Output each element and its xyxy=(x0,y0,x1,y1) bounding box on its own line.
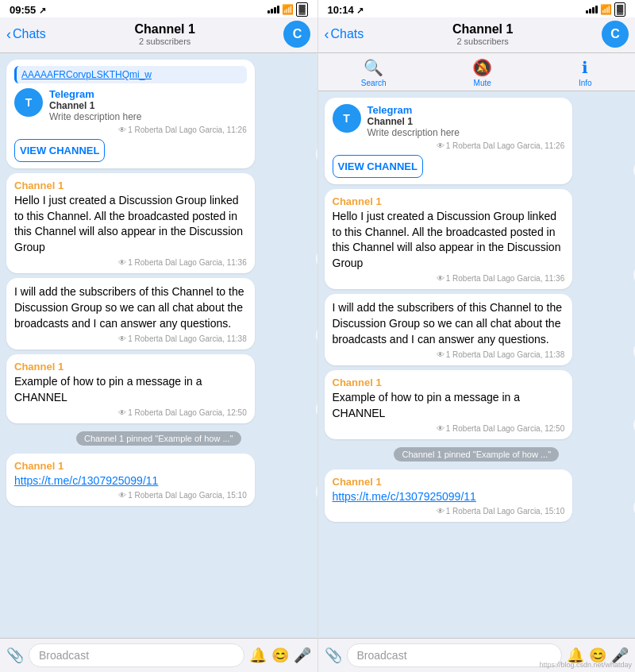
msg-meta: 👁 1 Roberta Dal Lago Garcia, 11:26 xyxy=(14,126,247,134)
msg-meta: 👁 1 Roberta Dal Lago Garcia, 11:26 xyxy=(333,141,565,150)
signal-icon xyxy=(586,6,598,14)
msg-text: Example of how to pin a message in a CHA… xyxy=(333,390,565,421)
channel-name: Channel 1 xyxy=(368,116,460,127)
chevron-left-icon: ‹ xyxy=(325,26,329,43)
action-search[interactable]: 🔍 Search xyxy=(361,58,387,87)
screen-left: 09:55 ↗ 📶 ▓ ‹ Chats Channel 1 2 subscrib… xyxy=(0,0,318,672)
plain-message-bubble: I will add the subscribers of this Chann… xyxy=(325,294,573,365)
nav-bar: ‹ Chats Channel 1 2 subscribers C xyxy=(0,17,318,53)
channel-link-message-row: Channel 1 https://t.me/c/1307925099/11 👁… xyxy=(6,454,311,506)
status-icons: 📶 ▓ xyxy=(267,2,307,16)
channel-message-bubble: Channel 1 Example of how to pin a messag… xyxy=(6,354,255,423)
eye-icon: 👁 xyxy=(437,274,444,283)
share-button[interactable]: ➤ xyxy=(316,143,318,165)
action-info[interactable]: ℹ Info xyxy=(579,58,592,87)
msg-meta-text: 1 Roberta Dal Lago Garcia, 12:50 xyxy=(128,408,247,417)
msg-text: I will add the subscribers of this Chann… xyxy=(333,300,565,347)
chat-area: AAAAAFRCorvpLSKTHQmi_w T Telegram Channe… xyxy=(0,53,318,638)
mic-icon[interactable]: 🎤 xyxy=(294,647,311,664)
channel-link[interactable]: https://t.me/c/1307925099/11 xyxy=(333,490,476,503)
status-time: 09:55 ↗ xyxy=(10,4,46,16)
share-button[interactable]: ➤ xyxy=(316,324,318,346)
telegram-link[interactable]: Telegram xyxy=(49,88,142,100)
avatar[interactable]: C xyxy=(283,21,310,48)
eye-icon: 👁 xyxy=(118,258,126,267)
action-mute[interactable]: 🔕 Mute xyxy=(472,58,492,87)
msg-meta: 👁 1 Roberta Dal Lago Garcia, 12:50 xyxy=(14,408,247,417)
status-bar: 10:14 ↗ 📶 ▓ xyxy=(318,0,636,17)
channel-name: Channel 1 xyxy=(49,100,142,111)
eye-icon: 👁 xyxy=(437,507,444,516)
channel-link[interactable]: https://t.me/c/1307925099/11 xyxy=(14,474,158,487)
channel-message-row: Channel 1 Hello I just created a Discuss… xyxy=(6,173,311,273)
channel-subtitle: 2 subscribers xyxy=(134,37,194,46)
eye-icon: 👁 xyxy=(118,491,126,500)
msg-meta-text: 1 Roberta Dal Lago Garcia, 11:36 xyxy=(446,274,565,283)
channel-icon: T xyxy=(14,88,43,117)
msg-meta-text: 1 Roberta Dal Lago Garcia, 11:38 xyxy=(128,334,247,343)
broadcast-input[interactable]: Broadcast xyxy=(29,643,244,667)
info-label: Info xyxy=(579,79,592,87)
channel-msg-sender: Channel 1 xyxy=(333,377,565,388)
eye-icon: 👁 xyxy=(118,334,126,343)
back-label[interactable]: Chats xyxy=(13,27,46,41)
channel-link-message-row: Channel 1 https://t.me/c/1307925099/11 👁… xyxy=(325,469,629,522)
msg-text: Hello I just created a Discussion Group … xyxy=(333,209,565,271)
chat-area: T Telegram Channel 1 Write description h… xyxy=(318,91,636,638)
emoji-icon[interactable]: 😊 xyxy=(271,647,289,664)
broadcast-input[interactable]: Broadcast xyxy=(347,643,563,667)
msg-meta-text: 1 Roberta Dal Lago Garcia, 11:36 xyxy=(128,258,247,267)
msg-text: Hello I just created a Discussion Group … xyxy=(14,193,247,255)
view-channel-button[interactable]: VIEW CHANNEL xyxy=(14,139,105,162)
mute-label: Mute xyxy=(474,79,491,87)
nav-center: Channel 1 2 subscribers xyxy=(452,22,513,46)
msg-meta-text: 1 Roberta Dal Lago Garcia, 15:10 xyxy=(128,491,247,500)
msg-meta-text: 1 Roberta Dal Lago Garcia, 12:50 xyxy=(446,424,565,433)
channel-icon: T xyxy=(333,104,361,133)
plain-message-row: I will add the subscribers of this Chann… xyxy=(6,278,311,350)
status-bar: 09:55 ↗ 📶 ▓ xyxy=(0,0,318,17)
msg-meta-text: 1 Roberta Dal Lago Garcia, 15:10 xyxy=(446,507,565,516)
channel-title: Channel 1 xyxy=(134,22,194,37)
view-channel-button[interactable]: VIEW CHANNEL xyxy=(333,155,423,178)
msg-text: Example of how to pin a message in a CHA… xyxy=(14,374,247,405)
eye-icon: 👁 xyxy=(437,424,444,433)
channel-msg-sender: Channel 1 xyxy=(333,476,565,488)
eye-icon: 👁 xyxy=(118,408,126,417)
back-button[interactable]: ‹ Chats xyxy=(6,26,46,43)
channel-header-content: T Telegram Channel 1 Write description h… xyxy=(14,88,247,122)
channel-url-link[interactable]: AAAAAFRCorvpLSKTHQmi_w xyxy=(21,69,242,80)
attach-icon[interactable]: 📎 xyxy=(325,647,342,664)
info-icon: ℹ xyxy=(582,58,588,77)
bell-icon[interactable]: 🔔 xyxy=(249,647,267,664)
channel-msg-sender: Channel 1 xyxy=(14,460,247,472)
input-bar: 📎 Broadcast 🔔 😊 🎤 xyxy=(0,638,318,672)
eye-icon: 👁 xyxy=(437,350,444,359)
channel-link-bubble: Channel 1 https://t.me/c/1307925099/11 👁… xyxy=(325,469,573,522)
message-bubble: AAAAAFRCorvpLSKTHQmi_w T Telegram Channe… xyxy=(6,60,255,168)
channel-message-bubble: Channel 1 Hello I just created a Discuss… xyxy=(325,189,573,289)
avatar[interactable]: C xyxy=(602,21,629,48)
msg-meta: 👁 1 Roberta Dal Lago Garcia, 12:50 xyxy=(333,424,565,433)
telegram-link[interactable]: Telegram xyxy=(368,104,460,116)
pin-notice-row: Channel 1 pinned "Example of how ..." xyxy=(6,428,311,449)
channel-info: Telegram Channel 1 Write description her… xyxy=(368,104,460,138)
channel-header-message: AAAAAFRCorvpLSKTHQmi_w T Telegram Channe… xyxy=(6,60,311,168)
back-label[interactable]: Chats xyxy=(331,27,364,41)
mute-icon: 🔕 xyxy=(472,58,492,77)
plain-message-bubble: I will add the subscribers of this Chann… xyxy=(6,278,255,350)
pin-notice[interactable]: Channel 1 pinned "Example of how ..." xyxy=(76,431,241,446)
back-button[interactable]: ‹ Chats xyxy=(325,26,364,43)
msg-meta: 👁 1 Roberta Dal Lago Garcia, 11:38 xyxy=(14,334,247,343)
plain-message-row: I will add the subscribers of this Chann… xyxy=(325,294,629,365)
pin-notice[interactable]: Channel 1 pinned "Example of how ..." xyxy=(394,447,559,462)
channel-title: Channel 1 xyxy=(452,22,513,37)
down-button[interactable]: ⌄ xyxy=(316,481,318,503)
msg-meta: 👁 1 Roberta Dal Lago Garcia, 11:36 xyxy=(333,274,565,283)
signal-icon xyxy=(267,6,279,14)
attach-icon[interactable]: 📎 xyxy=(6,647,24,664)
share-button[interactable]: ➤ xyxy=(316,398,318,420)
battery-icon: ▓ xyxy=(614,2,625,16)
battery-icon: ▓ xyxy=(296,2,307,16)
share-button[interactable]: ➤ xyxy=(316,248,318,270)
